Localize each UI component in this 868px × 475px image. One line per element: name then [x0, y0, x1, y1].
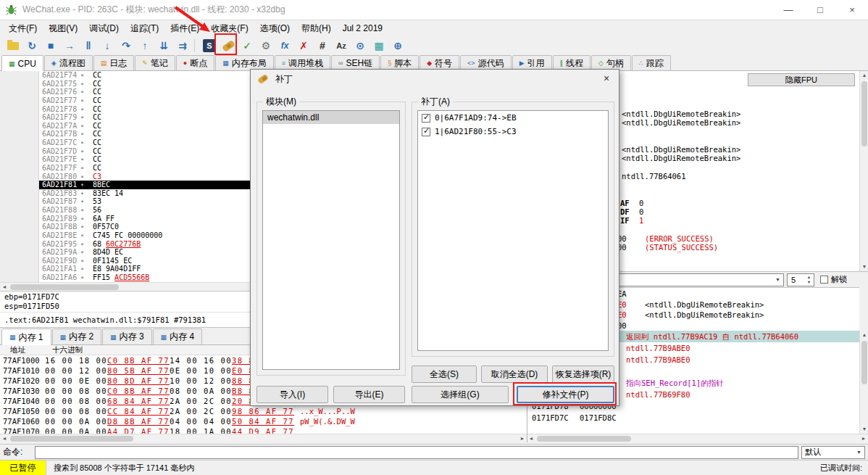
restore-selection-button[interactable]: 恢复选择项(R) — [552, 365, 614, 383]
tab-handles[interactable]: ◇句柄 — [591, 55, 631, 70]
restart-button[interactable]: ↻ — [23, 38, 41, 54]
deselect-all-button[interactable]: 取消全选(D) — [481, 365, 548, 383]
checkbox-checked-icon[interactable] — [422, 114, 430, 123]
scroll-down-icon[interactable] — [860, 425, 868, 434]
strings-az-button[interactable]: Az — [333, 38, 350, 54]
search-button[interactable]: ⊙ — [351, 38, 369, 54]
disasm-address: 6AD21F75 — [42, 80, 77, 88]
dump-row[interactable]: 77AF1070 00 00 0A 00 A4 D7 AF 77 18 00 1… — [0, 426, 527, 434]
tab-references[interactable]: ▶引用 — [512, 55, 552, 70]
trace-button[interactable]: ⇉ — [174, 38, 191, 54]
tab-threads[interactable]: ∥线程 — [553, 55, 591, 70]
checkbox-checked-icon[interactable] — [422, 128, 430, 136]
scroll-right-icon[interactable] — [859, 434, 868, 442]
dump-ascii: ..x_W...P..W — [300, 406, 355, 416]
tab-memory-4[interactable]: ▦内存 4 — [153, 329, 203, 344]
tab-memory-map[interactable]: ▦内存布局 — [215, 55, 274, 70]
tab-memory-3[interactable]: ▦内存 3 — [102, 329, 152, 344]
execute-till-return-button[interactable]: ↑ — [136, 38, 154, 54]
tab-source[interactable]: <>源代码 — [460, 55, 512, 70]
tab-breakpoints[interactable]: ●断点 — [176, 55, 214, 70]
tab-call-stack[interactable]: ≡调用堆栈 — [275, 55, 330, 70]
step-into-button[interactable]: ↓ — [99, 38, 116, 54]
export-button[interactable]: 导出(E) — [333, 386, 405, 403]
close-button[interactable]: × — [836, 0, 868, 20]
scroll-down-icon[interactable] — [860, 263, 868, 271]
registers-vscrollbar[interactable] — [859, 71, 868, 271]
favourites-button[interactable]: ✓ — [238, 38, 256, 54]
menu-help[interactable]: 帮助(H) — [296, 21, 337, 36]
hide-fpu-button[interactable]: 隐藏FPU — [748, 73, 855, 86]
instruction-dot-icon — [81, 197, 83, 206]
command-profile-select[interactable]: 默认▼ — [801, 446, 865, 459]
memory-map-button[interactable]: ▦ — [370, 38, 388, 54]
tab-log[interactable]: ▤日志 — [93, 55, 135, 70]
handles-globe-button[interactable]: ⊕ — [389, 38, 406, 54]
scrollbar-thumb[interactable] — [861, 341, 867, 384]
stack-row[interactable]: 0171FD7C0171FD8C — [527, 412, 859, 424]
disasm-bytes: 6A FF — [93, 215, 114, 223]
scrollbar-thumb[interactable] — [861, 81, 867, 146]
stop-button[interactable]: ■ — [42, 38, 59, 54]
run-button[interactable]: → — [61, 38, 78, 54]
step-user-button[interactable]: ⇊ — [155, 38, 172, 54]
step-over-button[interactable]: ↷ — [117, 38, 135, 54]
dump-row[interactable]: 77AF1050 00 00 08 00 CC 84 AF 77 2A 00 2… — [0, 406, 527, 416]
scroll-right-icon[interactable] — [518, 434, 527, 442]
dialog-title-bar[interactable]: 补丁 — [251, 70, 619, 88]
import-button[interactable]: 导入(I) — [256, 386, 328, 403]
menu-file[interactable]: 文件(F) — [3, 21, 43, 36]
close-x-button[interactable]: ✗ — [295, 38, 312, 54]
breakpoint-gutter[interactable] — [0, 71, 39, 282]
tab-memory-1[interactable]: ▦内存 1 — [1, 329, 51, 345]
module-item-wechatwin[interactable]: wechatwin.dll — [263, 111, 399, 124]
patches-list[interactable]: 0|6A7F1AD9:74->EB 1|6AD21F80:55->C3 — [417, 110, 609, 351]
disasm-address: 6AD21F74 — [42, 71, 77, 80]
tab-memory-2[interactable]: ▦内存 2 — [52, 329, 102, 344]
dump-hscrollbar[interactable] — [0, 434, 527, 442]
hash-breakpoints-button[interactable]: # — [314, 38, 331, 54]
calculator-fx-button[interactable]: fx — [276, 38, 293, 54]
select-all-button[interactable]: 全选(S) — [412, 365, 477, 383]
tab-graph[interactable]: ◈流程图 — [44, 55, 93, 70]
tab-notes[interactable]: ✎笔记 — [135, 55, 175, 70]
minimize-button[interactable]: — — [772, 0, 804, 20]
settings-button[interactable]: ⚙ — [257, 38, 275, 54]
pause-button[interactable]: ‖ — [80, 38, 97, 54]
scrollbar-thumb[interactable] — [537, 436, 631, 442]
instruction-dot-icon — [81, 215, 83, 223]
menu-debug[interactable]: 调试(D) — [83, 21, 125, 36]
maximize-button[interactable]: □ — [804, 0, 836, 20]
tab-symbols[interactable]: ◆符号 — [420, 55, 459, 70]
spinner-arrows-icon[interactable]: ▲▼ — [805, 275, 813, 285]
select-group-button[interactable]: 选择组(G) — [412, 386, 509, 403]
tab-seh[interactable]: ∞SEH链 — [331, 55, 380, 70]
tab-script[interactable]: §脚本 — [380, 55, 419, 70]
dump-row[interactable]: 77AF1060 00 00 0A 00 D8 8B AF 77 04 00 0… — [0, 416, 527, 426]
checkbox-icon[interactable] — [820, 276, 828, 284]
unlock-checkbox[interactable]: 解锁 — [820, 274, 847, 285]
scroll-left-icon[interactable] — [0, 283, 9, 291]
scroll-up-icon[interactable] — [860, 71, 868, 80]
scroll-left-icon[interactable] — [527, 434, 535, 442]
open-file-button[interactable] — [4, 38, 22, 54]
tab-cpu[interactable]: ▦CPU — [1, 55, 43, 71]
dialog-close-button[interactable]: × — [600, 73, 613, 84]
modules-list[interactable]: wechatwin.dll — [262, 110, 400, 370]
command-input[interactable] — [35, 446, 798, 459]
scrollbar-thumb[interactable] — [10, 436, 133, 442]
tab-trace[interactable]: ∴跟踪 — [632, 55, 671, 70]
menu-view[interactable]: 视图(V) — [43, 21, 83, 36]
instruction-dot-icon — [81, 265, 83, 273]
scroll-up-icon[interactable] — [860, 331, 868, 339]
stack-vscrollbar[interactable] — [859, 331, 868, 434]
menu-options[interactable]: 选项(O) — [254, 21, 296, 36]
scrollbar-thumb[interactable] — [10, 284, 119, 290]
patch-item[interactable]: 1|6AD21F80:55->C3 — [418, 125, 608, 139]
scroll-left-icon[interactable] — [0, 434, 9, 442]
args-count-spinner[interactable]: 5▲▼ — [787, 273, 814, 286]
stack-hscrollbar[interactable] — [527, 434, 868, 442]
menu-trace[interactable]: 追踪(T) — [125, 21, 164, 36]
disasm-bytes: 0F1145 EC — [93, 257, 132, 265]
patch-item[interactable]: 0|6A7F1AD9:74->EB — [418, 111, 608, 125]
